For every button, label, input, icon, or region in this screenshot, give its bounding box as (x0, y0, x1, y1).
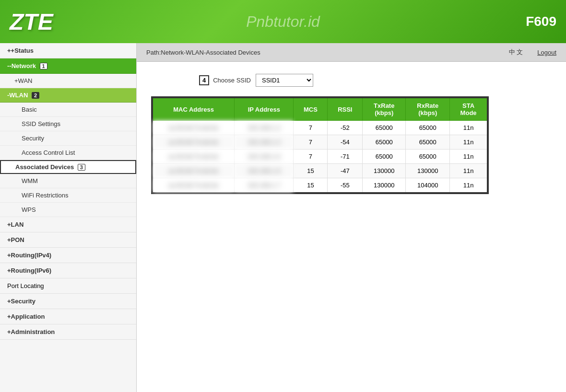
content-body: 4 Choose SSID SSID1 SSID2 SSID3 SSID4 MA… (137, 62, 566, 208)
col-rssi: RSSI (328, 98, 363, 121)
cell-ip: 192.168.1.4 (235, 135, 294, 150)
cell-txrate: 65000 (363, 121, 406, 135)
sidebar-item-port-locating[interactable]: Port Locating (0, 278, 136, 294)
table-row: ac:84:b6:7e:de:be192.168.1.67-7165000650… (153, 150, 487, 164)
table-row: ac:84:b6:7e:de:be192.168.1.815-471300001… (153, 164, 487, 178)
sidebar-item-security[interactable]: Security (0, 131, 136, 146)
associated-badge: 3 (78, 164, 85, 171)
cell-sta-mode: 11n (450, 121, 487, 135)
breadcrumb-bar: Path:Network-WLAN-Associated Devices 中 文… (137, 43, 566, 62)
sidebar: ++Status --Network 1 +WAN -WLAN 2 Basic … (0, 43, 137, 392)
col-sta-mode: STAMode (450, 98, 487, 121)
sidebar-item-associated-devices[interactable]: Associated Devices 3 (0, 160, 136, 174)
cell-ip: 192.168.1.6 (235, 150, 294, 164)
cell-sta-mode: 11n (450, 135, 487, 150)
cell-sta-mode: 11n (450, 164, 487, 178)
cell-mcs: 7 (294, 121, 328, 135)
sidebar-item-status[interactable]: ++Status (0, 43, 136, 58)
table-row: ac:84:b6:7e:de:be192.168.1.715-551300001… (153, 178, 487, 193)
cell-ip: 192.168.1.2 (235, 121, 294, 135)
cell-rxrate: 65000 (406, 150, 450, 164)
main-layout: ++Status --Network 1 +WAN -WLAN 2 Basic … (0, 43, 566, 392)
cell-mcs: 7 (294, 150, 328, 164)
watermark: Pnbtutor.id (246, 13, 320, 31)
cell-mcs: 7 (294, 135, 328, 150)
sidebar-item-application[interactable]: +Application (0, 309, 136, 324)
sidebar-item-wlan[interactable]: -WLAN 2 (0, 88, 136, 103)
wlan-badge: 2 (32, 92, 39, 99)
cell-rssi: -54 (328, 135, 363, 150)
sidebar-item-ssid-settings[interactable]: SSID Settings (0, 117, 136, 131)
cell-mcs: 15 (294, 178, 328, 193)
language-switch[interactable]: 中 文 (509, 48, 523, 57)
logout-button[interactable]: Logout (537, 49, 556, 56)
cell-rssi: -47 (328, 164, 363, 178)
cell-mac: ac:84:b6:7e:de:be (153, 121, 235, 135)
col-txrate: TxRate(kbps) (363, 98, 406, 121)
cell-sta-mode: 11n (450, 150, 487, 164)
cell-rssi: -71 (328, 150, 363, 164)
sidebar-item-routing-ipv4[interactable]: +Routing(IPv4) (0, 248, 136, 263)
cell-txrate: 65000 (363, 135, 406, 150)
ssid-label: Choose SSID (213, 77, 251, 84)
devices-table-wrapper: MAC Address IP Address MCS RSSI TxRate(k… (151, 96, 489, 194)
sidebar-item-wan[interactable]: +WAN (0, 74, 136, 88)
ssid-select[interactable]: SSID1 SSID2 SSID3 SSID4 (256, 74, 313, 87)
cell-ip: 192.168.1.7 (235, 178, 294, 193)
cell-mcs: 15 (294, 164, 328, 178)
cell-txrate: 65000 (363, 150, 406, 164)
sidebar-item-wps[interactable]: WPS (0, 203, 136, 217)
sidebar-item-routing-ipv6[interactable]: +Routing(IPv6) (0, 263, 136, 278)
cell-txrate: 130000 (363, 178, 406, 193)
cell-rxrate: 104000 (406, 178, 450, 193)
cell-mac: ac:84:b6:7e:de:be (153, 164, 235, 178)
sidebar-item-administration[interactable]: +Administration (0, 324, 136, 340)
sidebar-item-security-top[interactable]: +Security (0, 294, 136, 309)
sidebar-item-lan[interactable]: +LAN (0, 217, 136, 232)
devices-table: MAC Address IP Address MCS RSSI TxRate(k… (152, 97, 488, 193)
cell-rxrate: 65000 (406, 135, 450, 150)
sidebar-item-pon[interactable]: +PON (0, 232, 136, 248)
cell-ip: 192.168.1.8 (235, 164, 294, 178)
plus-icon: + (7, 47, 11, 54)
cell-txrate: 130000 (363, 164, 406, 178)
col-mcs: MCS (294, 98, 328, 121)
cell-mac: ac:84:b6:7e:de:be (153, 178, 235, 193)
table-row: ac:84:b6:7e:de:be192.168.1.47-5465000650… (153, 135, 487, 150)
cell-mac: ac:84:b6:7e:de:be (153, 135, 235, 150)
table-row: ac:84:b6:7e:de:be192.168.1.27-5265000650… (153, 121, 487, 135)
content-area: Path:Network-WLAN-Associated Devices 中 文… (137, 43, 566, 392)
breadcrumb-actions: 中 文 Logout (509, 48, 556, 57)
network-badge: 1 (40, 63, 47, 69)
cell-rxrate: 130000 (406, 164, 450, 178)
col-rxrate: RxRate(kbps) (406, 98, 450, 121)
cell-rssi: -55 (328, 178, 363, 193)
cell-rssi: -52 (328, 121, 363, 135)
sidebar-item-network[interactable]: --Network 1 (0, 58, 136, 74)
sidebar-item-wmm[interactable]: WMM (0, 174, 136, 188)
col-mac-address: MAC Address (153, 98, 235, 121)
sidebar-item-acl[interactable]: Access Control List (0, 146, 136, 160)
cell-rxrate: 65000 (406, 121, 450, 135)
model-number: F609 (526, 14, 556, 29)
ssid-row: 4 Choose SSID SSID1 SSID2 SSID3 SSID4 (199, 74, 552, 87)
sidebar-item-wifi-restrictions[interactable]: WiFi Restrictions (0, 188, 136, 203)
cell-sta-mode: 11n (450, 178, 487, 193)
breadcrumb-path: Path:Network-WLAN-Associated Devices (146, 49, 260, 56)
ssid-step-number: 4 (199, 75, 209, 85)
cell-mac: ac:84:b6:7e:de:be (153, 150, 235, 164)
header: ZTE Pnbtutor.id F609 (0, 0, 566, 43)
col-ip-address: IP Address (235, 98, 294, 121)
sidebar-item-basic[interactable]: Basic (0, 103, 136, 117)
logo: ZTE (10, 9, 53, 35)
